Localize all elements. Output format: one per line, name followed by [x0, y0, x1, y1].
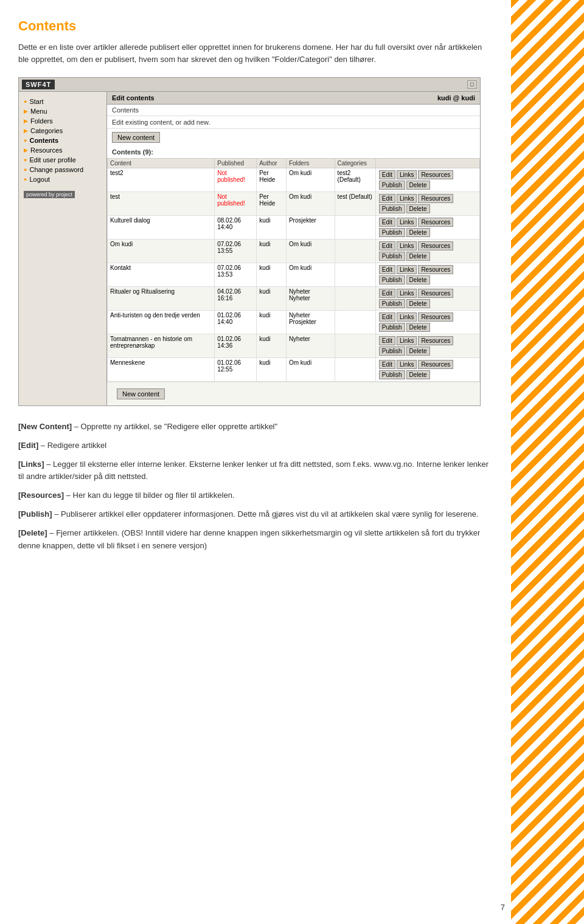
sidebar-item-contents[interactable]: ● Contents [19, 136, 106, 145]
new-content-button-top[interactable]: New content [112, 132, 160, 143]
cms-sub-text: Edit existing content, or add new. [107, 116, 480, 129]
action-links-button[interactable]: Links [397, 194, 417, 203]
action-publish-button[interactable]: Publish [379, 275, 405, 284]
cell-content: test [108, 192, 215, 216]
action-resources-button[interactable]: Resources [418, 194, 453, 203]
action-edit-button[interactable]: Edit [379, 218, 395, 227]
sidebar-item-change-password[interactable]: ● Change password [19, 165, 106, 174]
sidebar-item-resources[interactable]: ▶ Resources [19, 145, 106, 155]
cell-actions: EditLinksResourcesPublishDelete [375, 192, 479, 216]
intro-paragraph: Dette er en liste over artikler allerede… [18, 41, 493, 65]
action-resources-button[interactable]: Resources [418, 170, 453, 179]
action-links-button[interactable]: Links [397, 241, 417, 250]
desc-links: [Links] – Legger til eksterne eller inte… [18, 458, 493, 484]
desc-resources: [Resources] – Her kan du legge til bilde… [18, 489, 493, 502]
cms-footer: New content [107, 382, 480, 405]
sidebar-item-menu[interactable]: ▶ Menu [19, 106, 106, 116]
col-content: Content [108, 159, 215, 168]
cell-published: Not published! [215, 168, 257, 192]
action-delete-button[interactable]: Delete [406, 346, 430, 356]
sidebar-label-logout: Logout [29, 176, 50, 183]
sidebar-label-folders: Folders [30, 117, 53, 125]
action-links-button[interactable]: Links [397, 265, 417, 274]
action-resources-button[interactable]: Resources [418, 218, 453, 227]
action-publish-button[interactable]: Publish [379, 228, 405, 237]
arrow-icon: ▶ [24, 128, 28, 134]
bullet-icon: ● [24, 137, 27, 143]
desc-new-content: [New Content] – Opprette ny artikkel, se… [18, 421, 493, 433]
sidebar-item-logout[interactable]: ● Logout [19, 174, 106, 184]
col-actions [375, 159, 479, 168]
action-delete-button[interactable]: Delete [406, 204, 430, 213]
sidebar-item-categories[interactable]: ▶ Categories [19, 126, 106, 136]
action-delete-button[interactable]: Delete [406, 275, 430, 284]
cell-author: kudi [257, 311, 287, 334]
action-edit-button[interactable]: Edit [379, 289, 395, 298]
cell-author: kudi [257, 240, 287, 263]
cell-author: kudi [257, 263, 287, 287]
action-resources-button[interactable]: Resources [418, 312, 453, 322]
action-links-button[interactable]: Links [397, 312, 417, 322]
page-number: 7 [501, 903, 505, 912]
cell-published: 07.02.06 13:55 [215, 240, 257, 263]
sidebar-item-start[interactable]: ● Start [19, 97, 106, 106]
cell-content: Kontakt [108, 263, 215, 287]
action-publish-button[interactable]: Publish [379, 323, 405, 332]
cell-published: 01.02.06 14:40 [215, 311, 257, 334]
cell-folders: Om kudi [286, 168, 335, 192]
action-edit-button[interactable]: Edit [379, 265, 395, 274]
cms-count: Contents (9): [107, 146, 480, 158]
action-edit-button[interactable]: Edit [379, 170, 395, 179]
action-publish-button[interactable]: Publish [379, 204, 405, 213]
action-edit-button[interactable]: Edit [379, 194, 395, 203]
action-edit-button[interactable]: Edit [379, 360, 395, 369]
action-links-button[interactable]: Links [397, 218, 417, 227]
desc-delete: [Delete] – Fjerner artikkelen. (OBS! Inn… [18, 527, 493, 553]
sidebar-item-folders[interactable]: ▶ Folders [19, 116, 106, 126]
action-links-button[interactable]: Links [397, 170, 417, 179]
sidebar-item-edit-profile[interactable]: ● Edit user profile [19, 155, 106, 165]
new-content-button-bottom[interactable]: New content [117, 388, 165, 399]
table-row: test2Not published!Per HeideOm kuditest2… [108, 168, 480, 192]
action-resources-button[interactable]: Resources [418, 289, 453, 298]
cell-actions: EditLinksResourcesPublishDelete [375, 263, 479, 287]
action-delete-button[interactable]: Delete [406, 299, 430, 308]
cell-categories [335, 311, 375, 334]
action-resources-button[interactable]: Resources [418, 265, 453, 274]
action-delete-button[interactable]: Delete [406, 323, 430, 332]
cell-content: Ritualer og Ritualisering [108, 287, 215, 311]
action-resources-button[interactable]: Resources [418, 360, 453, 369]
action-resources-button[interactable]: Resources [418, 336, 453, 345]
action-edit-button[interactable]: Edit [379, 336, 395, 345]
action-publish-button[interactable]: Publish [379, 346, 405, 356]
action-edit-button[interactable]: Edit [379, 312, 395, 322]
action-delete-button[interactable]: Delete [406, 181, 430, 190]
term-publish: [Publish] [18, 509, 52, 519]
cell-published: Not published! [215, 192, 257, 216]
action-links-button[interactable]: Links [397, 289, 417, 298]
action-links-button[interactable]: Links [397, 336, 417, 345]
table-row: Ritualer og Ritualisering04.02.06 16:16k… [108, 287, 480, 311]
action-delete-button[interactable]: Delete [406, 370, 430, 379]
action-publish-button[interactable]: Publish [379, 252, 405, 261]
cell-published: 08.02.06 14:40 [215, 216, 257, 240]
cell-content: test2 [108, 168, 215, 192]
col-categories: Categories [335, 159, 375, 168]
action-delete-button[interactable]: Delete [406, 228, 430, 237]
action-resources-button[interactable]: Resources [418, 241, 453, 250]
cell-folders: Prosjekter [286, 216, 335, 240]
cms-close-button[interactable]: □ [467, 80, 477, 89]
action-publish-button[interactable]: Publish [379, 370, 405, 379]
arrow-icon: ▶ [24, 147, 28, 153]
action-edit-button[interactable]: Edit [379, 241, 395, 250]
cell-folders: Nyheter [286, 334, 335, 358]
stripe-background [511, 0, 584, 924]
cell-folders: Nyheter Prosjekter [286, 311, 335, 334]
cell-actions: EditLinksResourcesPublishDelete [375, 358, 479, 382]
action-publish-button[interactable]: Publish [379, 181, 405, 190]
cell-author: kudi [257, 216, 287, 240]
action-delete-button[interactable]: Delete [406, 252, 430, 261]
sidebar-label-contents: Contents [29, 137, 58, 144]
action-publish-button[interactable]: Publish [379, 299, 405, 308]
action-links-button[interactable]: Links [397, 360, 417, 369]
